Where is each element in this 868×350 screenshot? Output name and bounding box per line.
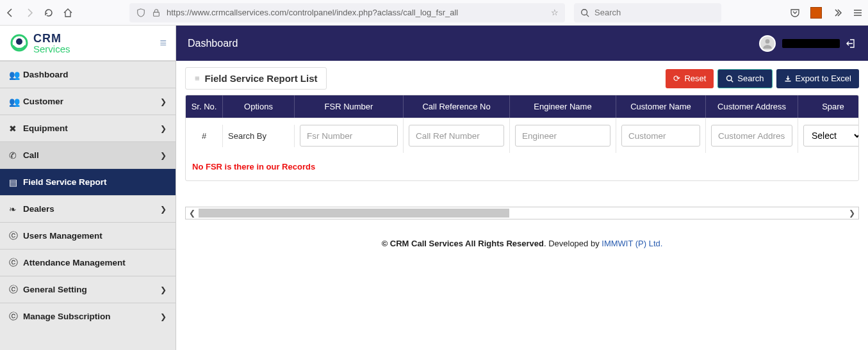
reload-icon[interactable] <box>44 8 54 18</box>
avatar[interactable] <box>759 35 776 52</box>
back-icon[interactable] <box>5 8 15 18</box>
overflow-icon[interactable] <box>832 8 842 18</box>
attendance-icon: ⓒ <box>9 257 23 269</box>
col-header-spare: Spare <box>798 95 859 118</box>
chevron-right-icon: ❯ <box>160 97 167 106</box>
table-header-row: Sr. No. Options FSR Number Call Referenc… <box>186 95 858 118</box>
forward-icon <box>24 8 35 18</box>
url-text: https://www.crmcallservices.com/controlp… <box>167 8 458 17</box>
search-button[interactable]: Search <box>717 69 772 88</box>
sidebar-item-label: Dealers <box>23 204 54 214</box>
footer-copyright: © CRM Call Services All Rights Reserved <box>382 239 544 248</box>
svg-rect-0 <box>154 12 160 16</box>
chevron-right-icon: ❯ <box>160 151 167 160</box>
download-icon <box>784 75 792 83</box>
col-header-call-ref: Call Reference No <box>404 95 510 118</box>
footer-dev-prefix: . Developed by <box>544 239 602 248</box>
address-input[interactable] <box>711 125 792 147</box>
customer-input[interactable] <box>621 125 700 147</box>
engineer-input[interactable] <box>515 125 610 147</box>
topbar: Dashboard <box>176 26 868 61</box>
sidebar-item-label: Attendance Management <box>23 258 126 267</box>
chevron-right-icon: ❯ <box>160 124 167 133</box>
sidebar-item-dashboard[interactable]: 👥 Dashboard <box>0 61 176 88</box>
sidebar-item-label: Customer <box>23 97 63 106</box>
user-name[interactable] <box>782 39 840 48</box>
chevron-right-icon: ❯ <box>160 205 167 214</box>
call-ref-input[interactable] <box>409 125 504 147</box>
sidebar-item-label: Manage Subscription <box>23 312 111 321</box>
browser-search[interactable]: Search <box>574 3 721 22</box>
browser-search-placeholder: Search <box>594 8 621 17</box>
search-icon <box>726 75 733 83</box>
sidebar-item-dealers[interactable]: ❧ Dealers ❯ <box>0 195 176 222</box>
button-label: Reset <box>684 74 706 83</box>
phone-icon: ✆ <box>9 150 23 161</box>
col-header-engineer: Engineer Name <box>510 95 616 118</box>
footer: © CRM Call Services All Rights Reserved.… <box>176 226 868 261</box>
logo-text-bottom: Services <box>33 44 70 54</box>
scroll-left-icon[interactable]: ❮ <box>186 209 199 218</box>
fsr-number-input[interactable] <box>300 125 398 147</box>
svg-point-3 <box>16 38 22 45</box>
horizontal-scrollbar[interactable]: ❮ ❯ <box>185 207 859 219</box>
logo-area: CRM Services ≡ <box>0 26 176 61</box>
users-icon: ⓒ <box>9 230 23 242</box>
svg-point-4 <box>766 39 770 44</box>
shield-icon <box>136 8 146 18</box>
sidebar-item-label: Field Service Report <box>23 177 107 187</box>
col-header-address: Customer Address <box>706 95 798 118</box>
sidebar-item-users-management[interactable]: ⓒ Users Management <box>0 222 176 249</box>
menu-icon[interactable] <box>853 8 863 18</box>
scroll-right-icon[interactable]: ❯ <box>846 209 858 218</box>
fsr-table: Sr. No. Options FSR Number Call Referenc… <box>185 95 859 181</box>
home-icon[interactable] <box>63 8 73 18</box>
panel-title-box: ≡ Field Service Report List <box>185 67 327 90</box>
sidebar-item-attendance-management[interactable]: ⓒ Attendance Management <box>0 249 176 276</box>
customer-icon: 👥 <box>9 97 23 107</box>
subscription-icon: ⓒ <box>9 311 23 322</box>
logout-icon[interactable] <box>846 38 856 49</box>
sidebar-item-manage-subscription[interactable]: ⓒ Manage Subscription ❯ <box>0 303 176 330</box>
scroll-track[interactable] <box>199 209 846 218</box>
search-icon <box>580 8 589 17</box>
sidebar-item-field-service-report[interactable]: ▤ Field Service Report <box>0 168 176 195</box>
extension-icon[interactable] <box>810 7 822 19</box>
button-label: Export to Excel <box>796 74 851 83</box>
report-icon: ▤ <box>9 177 23 187</box>
footer-dev-link[interactable]: IMMWIT (P) Ltd. <box>602 239 662 248</box>
reset-button[interactable]: ⟳ Reset <box>666 69 714 88</box>
sidebar-item-label: Equipment <box>23 123 68 133</box>
bookmark-star-icon[interactable]: ☆ <box>551 8 559 17</box>
page-title: Dashboard <box>188 38 238 49</box>
sidebar-item-customer[interactable]: 👥 Customer ❯ <box>0 88 176 115</box>
url-bar[interactable]: https://www.crmcallservices.com/controlp… <box>129 3 565 22</box>
pocket-icon[interactable] <box>790 8 800 18</box>
sidebar-item-general-setting[interactable]: ⓒ General Setting ❯ <box>0 276 176 303</box>
col-header-fsr-number: FSR Number <box>295 95 404 118</box>
equipment-icon: ✖ <box>9 123 23 134</box>
filter-options-label: Search By <box>223 125 295 147</box>
logo[interactable]: CRM Services <box>9 33 70 54</box>
chevron-right-icon: ❯ <box>160 285 167 294</box>
sidebar-item-label: Users Management <box>23 231 102 241</box>
refresh-icon: ⟳ <box>673 74 680 83</box>
headset-logo-icon <box>9 33 29 53</box>
export-button[interactable]: Export to Excel <box>776 69 859 88</box>
list-icon: ≡ <box>195 74 200 83</box>
lock-icon <box>151 8 161 18</box>
sidebar-item-call[interactable]: ✆ Call ❯ <box>0 141 176 168</box>
scroll-thumb[interactable] <box>199 209 509 218</box>
button-label: Search <box>737 74 764 83</box>
svg-point-1 <box>582 9 587 15</box>
settings-icon: ⓒ <box>9 284 23 296</box>
filter-sr: # <box>186 125 223 147</box>
panel-title: Field Service Report List <box>205 73 318 84</box>
sidebar-toggle-icon[interactable]: ≡ <box>160 36 167 50</box>
logo-text-top: CRM <box>33 33 70 44</box>
sidebar-item-equipment[interactable]: ✖ Equipment ❯ <box>0 115 176 141</box>
spare-select[interactable]: Select <box>803 125 859 147</box>
empty-message: No FSR is there in our Records <box>186 153 858 180</box>
col-header-options: Options <box>223 95 295 118</box>
svg-point-5 <box>727 76 732 81</box>
